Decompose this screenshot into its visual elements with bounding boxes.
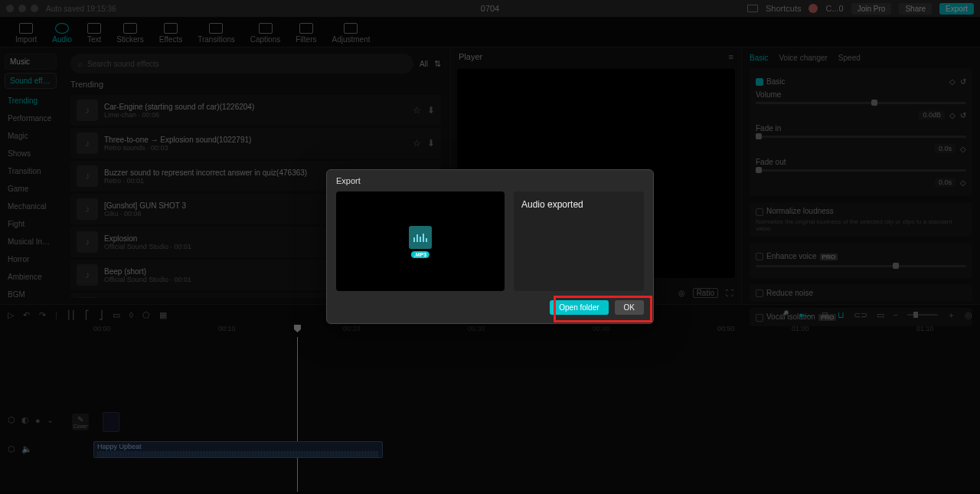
fadein-slider[interactable] — [756, 136, 966, 138]
search-icon: ⌕ — [78, 60, 83, 68]
ratio-button[interactable]: Ratio — [693, 288, 718, 298]
zoom-fit-icon[interactable]: ◎ — [678, 289, 685, 297]
keyframe-icon[interactable]: ◇ — [949, 77, 956, 86]
playhead-icon[interactable] — [294, 325, 301, 332]
tab-stickers[interactable]: Stickers — [109, 23, 152, 47]
delete-icon[interactable]: ▭ — [113, 310, 120, 320]
open-folder-button[interactable]: Open folder — [550, 300, 608, 315]
search-input[interactable]: ⌕ Search sound effects — [70, 54, 413, 74]
music-note-icon: ♪ — [77, 198, 98, 220]
mic-icon[interactable]: 🎤 — [779, 310, 789, 320]
window-controls[interactable] — [6, 5, 38, 12]
rtab-basic[interactable]: Basic — [750, 54, 768, 62]
lock-icon[interactable]: ⬡ — [8, 415, 15, 425]
music-note-icon: ♪ — [77, 231, 98, 253]
link-icon[interactable]: ⊂⊃ — [854, 310, 867, 320]
lock-icon[interactable]: ⬡ — [8, 444, 15, 454]
reset-icon[interactable]: ↺ — [960, 77, 966, 86]
snap-icon[interactable]: ⊟ — [822, 310, 828, 320]
tab-adjustment[interactable]: Adjustment — [324, 23, 377, 47]
zoom-in-icon[interactable]: ＋ — [947, 309, 956, 321]
mute-icon[interactable]: 🔈 — [21, 444, 32, 454]
zoom-fit-icon[interactable]: ◎ — [965, 310, 972, 320]
sort-icon[interactable]: ⇅ — [434, 59, 441, 69]
rtab-voice-changer[interactable]: Voice changer — [779, 54, 827, 62]
download-icon[interactable]: ⬇ — [427, 138, 435, 149]
filter-all[interactable]: All — [420, 60, 428, 68]
zoom-slider[interactable] — [907, 314, 938, 316]
keyframe-icon[interactable]: ◇ — [960, 145, 966, 153]
sound-item[interactable]: ♪Three-to-one → Explosion sound(1022791)… — [70, 128, 441, 159]
preview-icon[interactable]: ▭ — [877, 310, 884, 320]
cat-musical[interactable]: Musical Inst... — [0, 233, 61, 250]
audio-icon — [55, 23, 69, 34]
mute-icon[interactable]: ● — [35, 416, 41, 425]
fadeout-slider[interactable] — [756, 169, 966, 172]
category-sidebar: Music Sound effects Trending Performance… — [0, 47, 61, 304]
cover-button[interactable]: ✎Cover — [72, 414, 89, 430]
tab-import[interactable]: Import — [8, 23, 44, 47]
volume-slider[interactable] — [756, 102, 966, 104]
export-button[interactable]: Export — [939, 3, 974, 15]
sound-item[interactable]: ♪Car-Engine (starting sound of car)(1226… — [70, 95, 441, 126]
tab-effects[interactable]: Effects — [152, 23, 190, 47]
trim-right-icon[interactable]: ⎦ — [99, 310, 103, 320]
download-icon[interactable]: ⬇ — [427, 105, 435, 116]
cat-trending[interactable]: Trending — [0, 92, 61, 110]
cat-magic[interactable]: Magic — [0, 127, 61, 145]
voiceover-icon[interactable]: ▦ — [159, 310, 167, 320]
cat-game[interactable]: Game — [0, 180, 61, 198]
keyframe-icon[interactable]: ◇ — [960, 178, 966, 187]
tab-transitions[interactable]: Transitions — [190, 23, 243, 47]
share-button[interactable]: Share — [899, 3, 932, 15]
enhance-checkbox[interactable] — [756, 253, 763, 260]
crop-icon[interactable]: ◊ — [129, 310, 133, 319]
trim-left-icon[interactable]: ⎡ — [85, 310, 90, 320]
audio-clip[interactable]: Happy Upbeat — [93, 441, 383, 458]
rtab-speed[interactable]: Speed — [838, 54, 861, 62]
cat-mechanical[interactable]: Mechanical — [0, 198, 61, 215]
cat-fight[interactable]: Fight — [0, 215, 61, 233]
cat-ambience[interactable]: Ambience — [0, 268, 61, 286]
reset-icon[interactable]: ↺ — [960, 111, 966, 119]
section-sound-effects[interactable]: Sound effects — [5, 73, 57, 89]
marker-icon[interactable]: ⬠ — [142, 310, 150, 320]
favorite-icon[interactable]: ☆ — [413, 105, 421, 116]
shortcuts-link[interactable]: Shortcuts — [766, 4, 801, 13]
tab-filters[interactable]: Filters — [288, 23, 324, 47]
timeline-tracks[interactable]: ⬡ ◐ ● ⌄ ✎Cover ⬡ 🔈 Happy Upbeat — [0, 337, 980, 492]
split-icon[interactable]: ⎮⎮ — [67, 310, 76, 320]
cat-shows[interactable]: Shows — [0, 145, 61, 162]
avatar[interactable] — [808, 4, 818, 13]
magnet-icon[interactable]: ⊔ — [838, 310, 844, 320]
join-pro-button[interactable]: Join Pro — [851, 3, 892, 15]
track-toggle-icon[interactable]: ●— — [799, 310, 812, 319]
reduce-checkbox[interactable] — [756, 290, 763, 297]
favorite-icon[interactable]: ☆ — [413, 138, 421, 149]
cover-thumbnail[interactable] — [103, 412, 119, 432]
collapse-icon[interactable]: ⌄ — [47, 415, 54, 425]
export-preview: .MP3 — [336, 191, 505, 291]
redo-icon[interactable]: ↷ — [39, 310, 46, 320]
ok-button[interactable]: OK — [615, 300, 644, 315]
keyframe-icon[interactable]: ◇ — [949, 111, 956, 119]
enhance-slider[interactable] — [756, 265, 966, 267]
normalize-checkbox[interactable] — [756, 208, 763, 216]
timeline-ruler[interactable]: 00:00 00:10 00:20 00:30 00:40 00:50 01:0… — [0, 325, 980, 337]
tab-captions[interactable]: Captions — [243, 23, 288, 47]
tab-audio[interactable]: Audio — [44, 23, 80, 47]
cat-horror[interactable]: Horror — [0, 250, 61, 268]
tab-text[interactable]: Text — [80, 23, 109, 47]
cat-transition[interactable]: Transition — [0, 162, 61, 180]
cat-performance[interactable]: Performance — [0, 110, 61, 127]
fullscreen-icon[interactable]: ⛶ — [726, 289, 733, 297]
visibility-icon[interactable]: ◐ — [21, 415, 29, 425]
section-music[interactable]: Music — [5, 54, 57, 70]
layout-icon[interactable] — [747, 5, 758, 12]
undo-icon[interactable]: ↶ — [23, 310, 30, 320]
zoom-out-icon[interactable]: − — [893, 310, 898, 319]
pointer-tool-icon[interactable]: ▷ — [8, 310, 14, 320]
cat-bgm[interactable]: BGM — [0, 286, 61, 303]
basic-checkbox[interactable] — [756, 78, 763, 86]
player-menu-icon[interactable]: ≡ — [729, 52, 733, 61]
